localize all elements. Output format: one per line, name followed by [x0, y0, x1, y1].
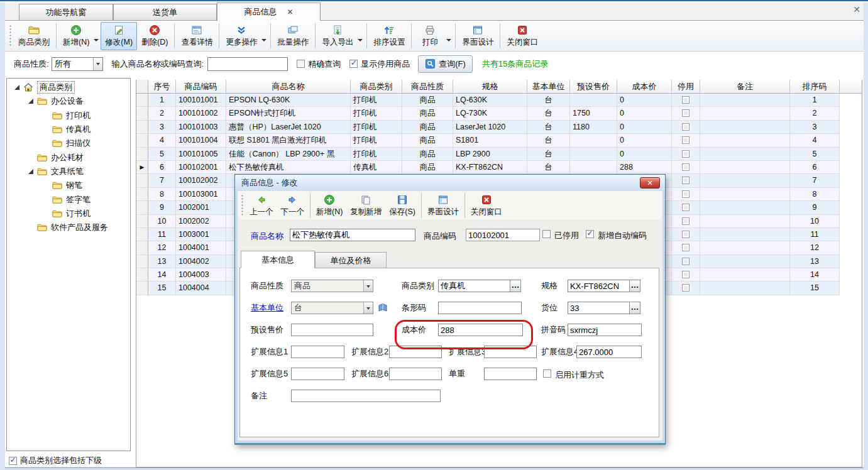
disabled-checkbox[interactable] — [682, 150, 689, 158]
ui-design-button[interactable]: 界面设计 — [458, 22, 498, 50]
tree-item-stapler[interactable]: 订书机 — [7, 207, 130, 221]
product-code-input[interactable] — [466, 229, 540, 241]
tab-product-info[interactable]: 商品信息 ✕ — [217, 3, 321, 21]
spec-picker-button[interactable]: … — [629, 280, 640, 292]
header-category[interactable]: 商品类别 — [351, 80, 402, 94]
dialog-titlebar[interactable]: 商品信息 - 修改 ✕ — [235, 175, 665, 191]
product-name-input[interactable] — [290, 229, 415, 241]
expand-icon[interactable] — [11, 85, 23, 90]
category-picker-button[interactable]: … — [510, 280, 521, 292]
table-row[interactable]: 2 100101002 EPSON针式打印机 打印机 商品 LQ-730K 台 … — [136, 107, 862, 120]
ext6-input[interactable] — [389, 368, 442, 380]
weigh-mode-checkbox[interactable] — [543, 369, 551, 378]
sort-settings-button[interactable]: 排序设置 — [369, 22, 409, 50]
dialog-add-button[interactable]: 新增(N) — [312, 192, 346, 219]
disabled-checkbox[interactable] — [682, 244, 689, 251]
disabled-checkbox[interactable] — [682, 190, 689, 198]
modify-button[interactable]: 修改(M) — [101, 22, 137, 50]
tree-item-gel-pen[interactable]: 签字笔 — [7, 192, 130, 206]
disabled-checkbox[interactable] — [682, 123, 689, 131]
tab-delivery-note[interactable]: 送货单 — [113, 4, 217, 20]
tree-item-pen[interactable]: 钢笔 — [7, 178, 130, 192]
ext1-input[interactable] — [291, 346, 344, 358]
nature-dropdown[interactable]: 商品 — [291, 280, 373, 292]
header-code[interactable]: 商品编码 — [176, 80, 226, 94]
header-cost[interactable]: 成本价 — [617, 80, 672, 94]
dropdown-arrow-icon[interactable] — [363, 302, 373, 314]
expand-icon[interactable] — [25, 169, 37, 174]
tree-item-stationery[interactable]: 文具纸笔 — [7, 165, 130, 178]
ext5-input[interactable] — [291, 368, 344, 380]
disabled-checkbox[interactable] — [542, 230, 551, 238]
disabled-checkbox[interactable] — [682, 96, 689, 104]
disabled-checkbox[interactable] — [682, 284, 689, 292]
disabled-checkbox[interactable] — [682, 136, 689, 144]
table-row[interactable]: 3 100101003 惠普（HP）LaserJet 1020 打印机 商品 L… — [136, 121, 862, 134]
unit-weight-input[interactable] — [484, 368, 537, 380]
disabled-checkbox[interactable] — [682, 258, 689, 265]
dialog-close-window-button[interactable]: 关闭窗口 — [467, 192, 506, 219]
tree-item-office-supplies[interactable]: 办公耗材 — [7, 150, 130, 164]
barcode-input[interactable] — [438, 302, 522, 314]
disabled-checkbox[interactable] — [682, 109, 689, 117]
cost-price-input[interactable] — [438, 324, 523, 336]
table-row[interactable]: 1 100101001 EPSON LQ-630K 打印机 商品 LQ-630K… — [136, 94, 862, 107]
tree-item-software[interactable]: 软件产品及服务 — [7, 221, 130, 234]
table-row[interactable]: 4 100101004 联想 S1801 黑白激光打印机 打印机 商品 S180… — [136, 134, 862, 147]
select-arrow-icon[interactable] — [93, 58, 102, 70]
spec-input[interactable] — [568, 280, 630, 292]
dropdown-arrow-icon[interactable] — [363, 280, 373, 292]
tree-item-office-equipment[interactable]: 办公设备 — [7, 94, 130, 108]
table-row[interactable]: 5 100101005 佳能（Canon） LBP 2900+ 黑 打印机 商品… — [136, 148, 862, 161]
import-export-dropdown-arrow-icon[interactable] — [358, 39, 363, 44]
disabled-checkbox[interactable] — [682, 231, 689, 238]
delete-button[interactable]: 删除(D) — [137, 22, 172, 50]
toolbar-grip-handle[interactable] — [241, 194, 244, 217]
dialog-ui-design-button[interactable]: 界面设计 — [424, 192, 463, 219]
disabled-checkbox[interactable] — [682, 177, 689, 184]
disabled-checkbox[interactable] — [682, 271, 689, 278]
header-disabled[interactable]: 停用 — [672, 80, 700, 94]
disabled-checkbox[interactable] — [682, 217, 689, 225]
table-row[interactable]: ▶ 6 100102001 松下热敏传真机 传真机 商品 KX-FT862CN … — [136, 161, 862, 174]
base-unit-dropdown[interactable]: 台 — [291, 302, 373, 314]
import-export-button[interactable]: 导入导出 — [317, 22, 358, 50]
unit-book-icon[interactable] — [377, 302, 388, 314]
ext4-input[interactable] — [576, 346, 642, 358]
toolbar-grip-handle[interactable] — [9, 25, 12, 47]
autocode-checkbox[interactable] — [586, 230, 594, 238]
pinyin-input[interactable] — [568, 324, 642, 336]
remark-input[interactable] — [291, 390, 441, 402]
show-disabled-checkbox[interactable] — [349, 60, 358, 68]
category-input[interactable] — [438, 280, 510, 292]
query-button[interactable]: 查询(F) — [418, 55, 473, 73]
tree-item-fax[interactable]: 传真机 — [7, 123, 130, 136]
tab-unit-price[interactable]: 单位及价格 — [315, 252, 387, 268]
disabled-checkbox[interactable] — [682, 163, 689, 171]
dialog-close-button[interactable]: ✕ — [640, 177, 660, 189]
header-name[interactable]: 商品名称 — [226, 80, 351, 94]
preset-price-input[interactable] — [291, 324, 373, 336]
close-window-button[interactable]: 关闭窗口 — [502, 22, 542, 50]
ext2-input[interactable] — [389, 346, 442, 358]
header-sortcode[interactable]: 排序码 — [790, 80, 840, 94]
previous-record-button[interactable]: 上一个 — [246, 192, 277, 219]
ext3-input[interactable] — [484, 346, 537, 358]
more-actions-dropdown-arrow-icon[interactable] — [261, 39, 266, 44]
tab-close-icon[interactable]: ✕ — [287, 3, 293, 21]
header-unit[interactable]: 基本单位 — [527, 80, 570, 94]
tree-item-printer[interactable]: 打印机 — [7, 109, 130, 123]
tab-function-nav[interactable]: 功能导航窗 — [19, 4, 113, 20]
tree-item-root[interactable]: 商品类别 — [7, 80, 130, 94]
header-price[interactable]: 预设售价 — [570, 80, 617, 94]
add-button[interactable]: 新增(N) — [58, 22, 94, 50]
tree-item-scanner[interactable]: 扫描仪 — [7, 136, 130, 150]
next-record-button[interactable]: 下一个 — [277, 192, 309, 219]
header-spec[interactable]: 规格 — [453, 80, 527, 94]
batch-actions-button[interactable]: 批量操作 — [273, 22, 313, 50]
add-dropdown-arrow-icon[interactable] — [94, 39, 99, 44]
header-seq[interactable]: 序号 — [148, 80, 176, 94]
more-actions-button[interactable]: 更多操作 — [221, 22, 261, 50]
tab-basic-info[interactable]: 基本信息 — [241, 251, 315, 268]
print-dropdown-arrow-icon[interactable] — [446, 39, 451, 44]
